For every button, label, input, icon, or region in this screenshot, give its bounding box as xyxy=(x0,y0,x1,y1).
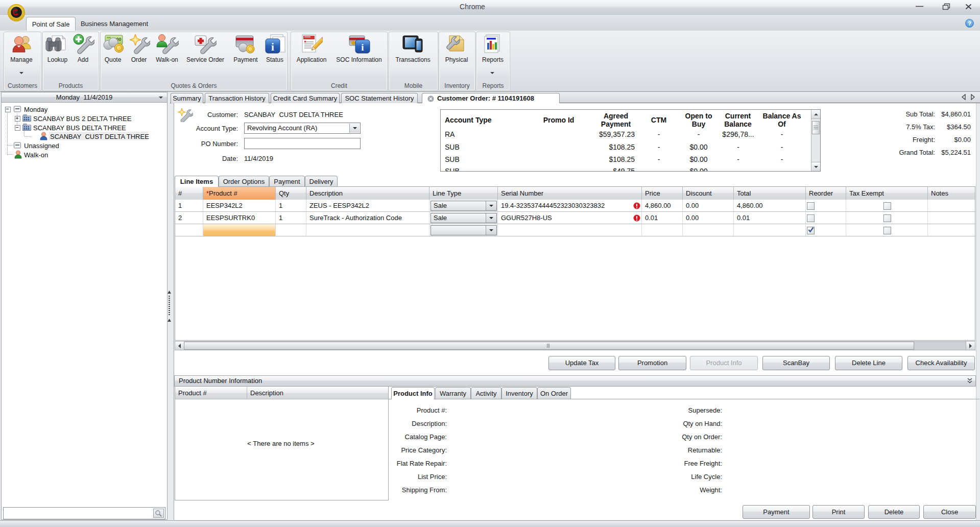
svg-text:i: i xyxy=(361,42,364,53)
svg-text:?: ? xyxy=(968,20,971,27)
svg-text:i: i xyxy=(271,41,274,53)
